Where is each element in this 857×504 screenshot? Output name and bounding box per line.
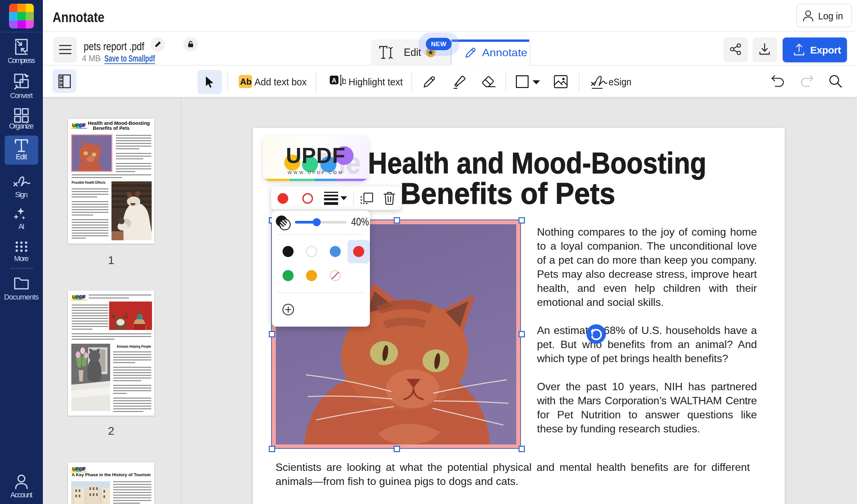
- svg-text:Documents: Documents: [4, 293, 39, 301]
- svg-text:Compress: Compress: [8, 56, 35, 65]
- svg-text:Edit: Edit: [16, 153, 27, 161]
- svg-text:UPDF: UPDF: [72, 122, 86, 128]
- svg-text:Save to Smallpdf: Save to Smallpdf: [104, 53, 155, 64]
- svg-text:Possible Health Effects: Possible Health Effects: [72, 180, 105, 184]
- svg-text:Convert: Convert: [10, 91, 33, 100]
- svg-text:UPDF: UPDF: [72, 294, 86, 300]
- svg-text:40%: 40%: [351, 215, 369, 228]
- svg-text:Annotate: Annotate: [482, 47, 527, 58]
- svg-text:The Health and Mood-Boosting: The Health and Mood-Boosting: [313, 146, 706, 180]
- svg-text:Edit: Edit: [404, 46, 421, 58]
- svg-text:UPDF: UPDF: [286, 144, 346, 168]
- svg-text:A: A: [332, 77, 336, 84]
- svg-text:Animals Helping People: Animals Helping People: [117, 345, 151, 348]
- svg-text:A Key Phase in the History of: A Key Phase in the History of Tourism: [72, 472, 151, 477]
- svg-text:AI: AI: [18, 222, 24, 231]
- svg-text:Add text box: Add text box: [254, 76, 307, 87]
- svg-text:b: b: [342, 76, 346, 86]
- svg-text:Highlight text: Highlight text: [349, 76, 403, 87]
- svg-text:Sign: Sign: [15, 190, 28, 199]
- svg-text:WWW.UPDF.COM: WWW.UPDF.COM: [288, 170, 344, 175]
- svg-text:Benefits of Pets: Benefits of Pets: [93, 125, 130, 131]
- svg-text:Health and Mood-Boosting: Health and Mood-Boosting: [88, 120, 150, 126]
- svg-text:UPDF: UPDF: [72, 466, 86, 472]
- svg-text:Benefits of Pets: Benefits of Pets: [400, 177, 615, 210]
- svg-text:4 MB: 4 MB: [82, 53, 100, 63]
- svg-text:Annotate: Annotate: [53, 10, 104, 25]
- svg-text:More: More: [14, 254, 29, 263]
- svg-text:eSign: eSign: [609, 76, 632, 87]
- svg-text:Organize: Organize: [9, 122, 34, 130]
- svg-text:pets report .pdf: pets report .pdf: [84, 40, 144, 52]
- svg-text:Log in: Log in: [818, 11, 843, 21]
- svg-text:Account: Account: [11, 491, 32, 499]
